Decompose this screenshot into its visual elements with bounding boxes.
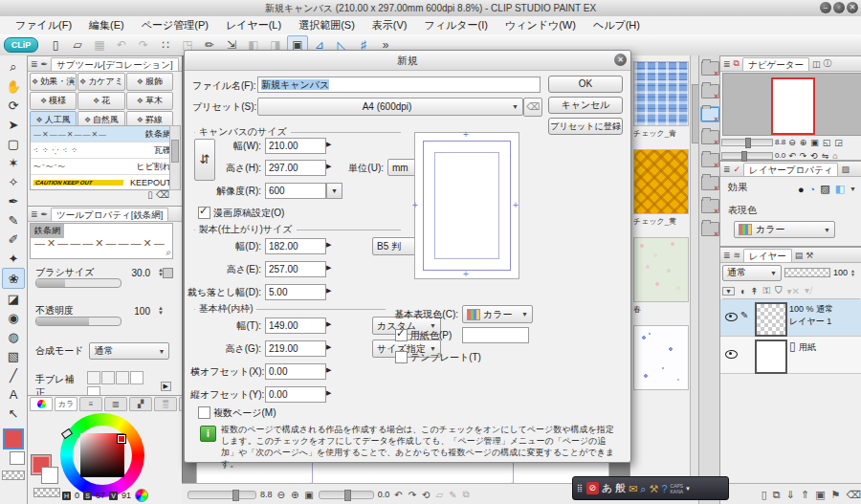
material-thumbnail[interactable] <box>633 149 689 214</box>
register-preset-button[interactable]: プリセットに登録 <box>548 118 623 135</box>
layer-row-0[interactable]: ✎100 % 通常レイヤー 1 <box>720 299 861 337</box>
reset-rotation-icon[interactable]: ⟲ <box>421 490 430 500</box>
material-thumbnail[interactable] <box>633 237 689 302</box>
eraser-tool[interactable]: ◪ <box>3 289 24 308</box>
ime-grip[interactable]: ⣿ <box>577 479 584 498</box>
nav-zoom-out-icon[interactable]: ⊖ <box>787 138 797 147</box>
material-manga-button[interactable]: ✕ <box>701 130 719 144</box>
blend-mode-dropdown[interactable]: 通常▼ <box>89 342 169 360</box>
multipage-checkbox[interactable] <box>198 406 210 419</box>
delete-preset-icon[interactable]: ⌫ <box>523 98 542 117</box>
binding-width-input[interactable]: 182.00 <box>265 238 326 254</box>
magnifier-icon[interactable]: ⌕ <box>166 247 171 258</box>
menu-item-7[interactable]: ウィンドウ(W) <box>497 17 584 33</box>
ok-button[interactable]: OK <box>548 76 623 93</box>
brush-item-0[interactable]: —✕——✕——✕—鉄条網 <box>31 126 174 142</box>
deselect-icon[interactable]: ∷ <box>155 35 176 55</box>
gradient-tool[interactable]: ▧ <box>3 346 24 365</box>
ime-off-icon[interactable]: ⊘ <box>586 482 599 494</box>
opacity-slider[interactable] <box>35 317 121 326</box>
resolution-input[interactable]: 600 <box>265 183 326 199</box>
close-button[interactable]: ✕ <box>847 2 858 13</box>
menu-item-2[interactable]: ページ管理(P) <box>134 17 216 33</box>
fill-tool[interactable]: ◍ <box>3 327 24 346</box>
navigator-rotation-slider[interactable] <box>721 152 773 160</box>
figure-tool[interactable]: ╱ <box>3 365 24 384</box>
layer-thumbnail-dropdown[interactable]: ▼ <box>722 287 735 296</box>
layer-thumbnail[interactable] <box>755 340 787 374</box>
text-tool[interactable]: A <box>3 384 24 404</box>
nav-actual-size-icon[interactable]: ◱ <box>822 138 832 147</box>
layer-opacity-stepper[interactable]: ▲▼ <box>850 269 855 276</box>
brush-tool[interactable]: ✐ <box>3 230 24 249</box>
opacity-value[interactable]: 100 <box>134 306 150 317</box>
layer-blend-dropdown[interactable]: 通常▼ <box>722 265 782 281</box>
binding-height-drag-arrow[interactable]: ▶ <box>326 264 331 272</box>
intermediate-color-tab[interactable]: ▞ <box>129 397 152 411</box>
main-color-swatch[interactable] <box>3 428 24 449</box>
panel-menu-icon[interactable]: ≣ <box>31 209 38 219</box>
nav-reset-icon[interactable]: ◲ <box>833 138 844 147</box>
frame-height-input[interactable]: 219.00 <box>265 340 326 357</box>
material-thumbnail[interactable] <box>633 61 689 126</box>
material-all-button[interactable]: ✕ <box>701 61 719 76</box>
nav-fit-icon[interactable]: ▣ <box>809 138 820 147</box>
sv-cursor[interactable] <box>118 435 125 443</box>
brush-item-1[interactable]: ⁖ ⁘ ⁛ ⁖ ⁘瓦礫 <box>31 142 174 159</box>
pen-tool[interactable]: ✒ <box>3 191 24 210</box>
draft-layer-icon[interactable]: ↟ <box>750 286 758 296</box>
layer-visible-icon[interactable] <box>725 350 738 359</box>
rotate-right-icon[interactable]: ↷ <box>408 490 417 500</box>
minimize-button[interactable]: – <box>820 2 831 13</box>
sub-color-swatch[interactable] <box>10 451 25 465</box>
ime-toolbox-icon[interactable]: ⚒ <box>650 479 659 498</box>
navigator-preview[interactable] <box>722 73 861 136</box>
color-set-tab[interactable]: ▥ <box>104 397 127 411</box>
delete-subtool-icon[interactable]: ⌫ <box>156 189 169 200</box>
panel-menu-icon[interactable]: ≣ <box>31 59 38 69</box>
layer-row-1[interactable]: ▯ 用紙 <box>720 337 861 374</box>
layer-opacity-slider[interactable] <box>784 268 830 277</box>
zoom-in-icon[interactable]: ⊕ <box>290 490 299 500</box>
menu-item-5[interactable]: 表示(V) <box>364 17 415 33</box>
effect-dropdown-icon[interactable]: ▼ <box>850 186 856 192</box>
clip-logo[interactable]: CLiP <box>4 37 38 53</box>
frame-width-input[interactable]: 149.00 <box>265 318 326 334</box>
layer-opacity-value[interactable]: 100 <box>833 268 848 277</box>
ime-dictionary-icon[interactable]: ⌕ <box>640 479 646 498</box>
transparent-chip[interactable] <box>2 471 25 480</box>
selection-tool[interactable]: ▢ <box>3 134 24 153</box>
dialog-close-icon[interactable]: ✕ <box>614 54 627 66</box>
panel-menu-icon[interactable]: ≣ <box>723 164 731 174</box>
nav-flip-horizontal-icon[interactable]: ⇋ <box>821 151 830 161</box>
file-name-input[interactable]: 新規キャンバス <box>257 77 541 93</box>
subtool-category-0[interactable]: ❖効果・演 <box>30 73 77 91</box>
paper-color-checkbox[interactable] <box>395 329 408 341</box>
approx-color-tab[interactable]: ▒ <box>154 397 177 411</box>
brush-size-option-button[interactable] <box>163 268 173 278</box>
watercolor-edge-icon[interactable]: ◔ <box>809 184 816 195</box>
material-image-button[interactable]: ✕ <box>701 153 719 167</box>
menu-item-1[interactable]: 編集(E) <box>81 17 132 33</box>
lock-transparent-icon[interactable]: ⛉ <box>775 285 783 296</box>
offset-x-drag-arrow[interactable]: ▶ <box>326 366 331 374</box>
material-pose-button[interactable]: ✕ <box>701 222 719 236</box>
resolution-dropdown-button[interactable]: ▼ <box>326 183 342 199</box>
nav-rotate-right-icon[interactable]: ↷ <box>799 151 808 161</box>
ime-input-mode[interactable]: あ <box>602 481 612 495</box>
expression-color-dropdown[interactable]: カラー ▼ <box>462 305 533 323</box>
subtool-category-5[interactable]: ❖草木 <box>126 92 173 110</box>
stabilization-expand-button[interactable]: ▶ <box>161 382 171 391</box>
layer-compare-tab-icon[interactable]: ⚒ <box>806 251 813 260</box>
material-item-1[interactable]: チェック_黄 <box>633 149 687 227</box>
nav-zoom-in-icon[interactable]: ⊕ <box>799 138 808 147</box>
nav-flip-reset-icon[interactable]: ⌂ <box>831 151 838 161</box>
layer-thumbnail[interactable] <box>755 302 787 337</box>
zoom-slider[interactable] <box>188 491 256 499</box>
menu-item-6[interactable]: フィルター(I) <box>417 17 496 33</box>
color-wheel-tab-label[interactable]: カラ <box>55 397 77 411</box>
rotate-left-icon[interactable]: ↶ <box>393 490 403 500</box>
material-item-3[interactable] <box>633 325 687 392</box>
manga-settings-checkbox[interactable] <box>198 207 210 219</box>
panel-menu-icon[interactable]: ≣ <box>723 59 731 69</box>
